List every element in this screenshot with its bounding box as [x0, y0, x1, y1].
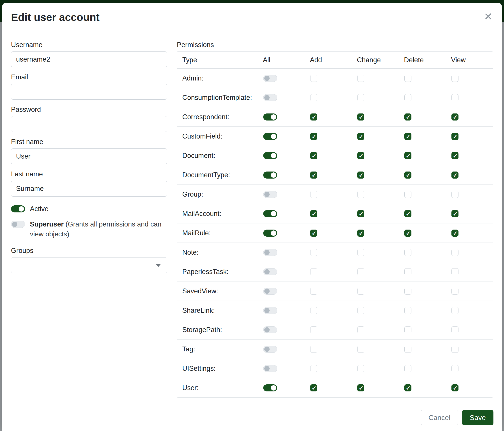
- delete-checkbox[interactable]: [404, 307, 411, 314]
- change-checkbox[interactable]: [357, 94, 364, 101]
- change-checkbox[interactable]: [357, 191, 364, 198]
- view-checkbox[interactable]: [451, 307, 459, 314]
- all-toggle[interactable]: [263, 230, 277, 237]
- change-checkbox[interactable]: [357, 230, 364, 237]
- first-name-field[interactable]: [11, 148, 167, 164]
- view-checkbox[interactable]: [451, 230, 459, 237]
- view-checkbox[interactable]: [451, 133, 459, 140]
- view-checkbox[interactable]: [451, 94, 459, 101]
- cancel-button[interactable]: Cancel: [421, 410, 458, 425]
- view-checkbox[interactable]: [451, 288, 459, 295]
- all-toggle[interactable]: [263, 114, 277, 120]
- password-field[interactable]: [11, 116, 167, 132]
- add-checkbox[interactable]: [310, 365, 317, 372]
- delete-checkbox[interactable]: [404, 75, 411, 82]
- all-toggle[interactable]: [263, 210, 277, 217]
- delete-checkbox[interactable]: [404, 288, 411, 295]
- add-checkbox[interactable]: [310, 152, 317, 159]
- delete-checkbox[interactable]: [404, 94, 411, 101]
- all-toggle[interactable]: [263, 171, 277, 179]
- change-checkbox[interactable]: [357, 210, 364, 217]
- view-checkbox[interactable]: [451, 384, 459, 391]
- view-checkbox[interactable]: [451, 210, 459, 217]
- delete-checkbox[interactable]: [404, 210, 411, 217]
- all-toggle[interactable]: [263, 346, 277, 353]
- view-checkbox[interactable]: [451, 365, 459, 372]
- delete-checkbox[interactable]: [404, 114, 411, 120]
- all-toggle[interactable]: [263, 307, 277, 314]
- view-checkbox[interactable]: [451, 346, 459, 353]
- add-checkbox[interactable]: [310, 268, 317, 275]
- all-toggle[interactable]: [263, 133, 277, 140]
- close-button[interactable]: ×: [480, 8, 496, 24]
- last-name-field[interactable]: [11, 181, 167, 197]
- add-checkbox[interactable]: [310, 171, 317, 179]
- delete-checkbox[interactable]: [404, 133, 411, 140]
- view-checkbox[interactable]: [451, 114, 459, 120]
- permission-type-label: SavedView:: [177, 287, 258, 295]
- delete-checkbox[interactable]: [404, 249, 411, 256]
- all-toggle[interactable]: [263, 288, 277, 295]
- add-checkbox[interactable]: [310, 384, 317, 391]
- delete-checkbox[interactable]: [404, 365, 411, 372]
- add-checkbox[interactable]: [310, 230, 317, 237]
- superuser-toggle[interactable]: [11, 221, 25, 228]
- save-button[interactable]: Save: [462, 410, 494, 425]
- change-checkbox[interactable]: [357, 326, 364, 333]
- add-checkbox[interactable]: [310, 249, 317, 256]
- toggle-knob: [19, 206, 24, 212]
- view-checkbox[interactable]: [451, 191, 459, 198]
- change-checkbox[interactable]: [357, 307, 364, 314]
- add-checkbox[interactable]: [310, 326, 317, 333]
- change-checkbox[interactable]: [357, 288, 364, 295]
- add-checkbox[interactable]: [310, 94, 317, 101]
- delete-checkbox[interactable]: [404, 384, 411, 391]
- all-toggle[interactable]: [263, 326, 277, 333]
- all-toggle[interactable]: [263, 384, 277, 391]
- change-checkbox[interactable]: [357, 133, 364, 140]
- change-checkbox[interactable]: [357, 365, 364, 372]
- username-label: Username: [11, 41, 167, 49]
- view-checkbox[interactable]: [451, 268, 459, 275]
- delete-checkbox[interactable]: [404, 268, 411, 275]
- all-toggle[interactable]: [263, 94, 277, 101]
- delete-checkbox[interactable]: [404, 346, 411, 353]
- all-toggle[interactable]: [263, 152, 277, 159]
- all-toggle[interactable]: [263, 75, 277, 82]
- delete-checkbox[interactable]: [404, 326, 411, 333]
- add-checkbox[interactable]: [310, 191, 317, 198]
- change-checkbox[interactable]: [357, 249, 364, 256]
- view-checkbox[interactable]: [451, 326, 459, 333]
- all-toggle[interactable]: [263, 268, 277, 275]
- username-input[interactable]: [11, 52, 167, 67]
- active-toggle[interactable]: [11, 205, 25, 212]
- delete-checkbox[interactable]: [404, 152, 411, 159]
- change-checkbox[interactable]: [357, 114, 364, 120]
- delete-checkbox[interactable]: [404, 191, 411, 198]
- permission-type-label: MailAccount:: [177, 210, 258, 218]
- delete-checkbox[interactable]: [404, 230, 411, 237]
- add-checkbox[interactable]: [310, 210, 317, 217]
- all-toggle[interactable]: [263, 365, 277, 372]
- add-checkbox[interactable]: [310, 75, 317, 82]
- delete-checkbox[interactable]: [404, 171, 411, 179]
- change-checkbox[interactable]: [357, 384, 364, 391]
- add-checkbox[interactable]: [310, 346, 317, 353]
- groups-select[interactable]: [11, 257, 167, 273]
- view-checkbox[interactable]: [451, 75, 459, 82]
- add-checkbox[interactable]: [310, 288, 317, 295]
- add-checkbox[interactable]: [310, 114, 317, 120]
- add-checkbox[interactable]: [310, 307, 317, 314]
- change-checkbox[interactable]: [357, 75, 364, 82]
- view-checkbox[interactable]: [451, 249, 459, 256]
- all-toggle[interactable]: [263, 249, 277, 256]
- view-checkbox[interactable]: [451, 171, 459, 179]
- email-field[interactable]: [11, 84, 167, 100]
- add-checkbox[interactable]: [310, 133, 317, 140]
- view-checkbox[interactable]: [451, 152, 459, 159]
- all-toggle[interactable]: [263, 191, 277, 198]
- change-checkbox[interactable]: [357, 268, 364, 275]
- change-checkbox[interactable]: [357, 152, 364, 159]
- change-checkbox[interactable]: [357, 346, 364, 353]
- change-checkbox[interactable]: [357, 171, 364, 179]
